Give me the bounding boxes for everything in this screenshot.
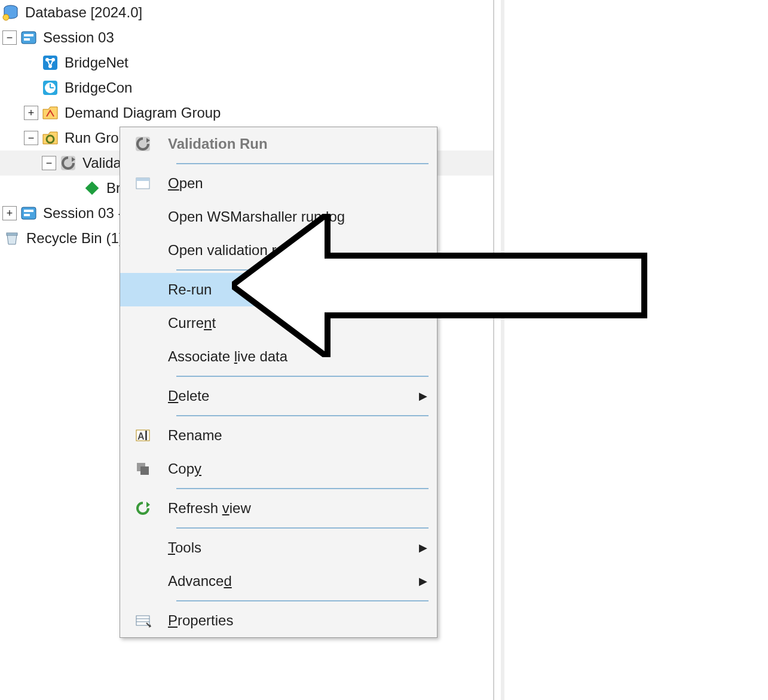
menu-label: Open WSMarshaller run log [168, 208, 430, 225]
tree-node-demand-group[interactable]: + Demand Diagram Group [0, 100, 493, 125]
clock-icon [42, 79, 59, 96]
menu-separator [176, 600, 429, 601]
folder-run-icon [42, 130, 59, 146]
menu-separator [176, 269, 429, 271]
svg-rect-2 [22, 32, 36, 44]
menu-item-properties[interactable]: Properties [120, 604, 437, 637]
menu-label: Delete [168, 388, 417, 404]
collapse-icon[interactable]: − [24, 131, 38, 145]
run-icon [60, 155, 77, 171]
menu-separator [176, 527, 429, 529]
menu-item-rename[interactable]: A Rename [120, 419, 437, 452]
expand-icon[interactable]: + [24, 106, 38, 120]
menu-separator [176, 415, 429, 416]
folder-diagram-icon [42, 105, 59, 121]
menu-label: Copy [168, 460, 430, 477]
menu-item-copy[interactable]: Copy [120, 452, 437, 486]
svg-rect-16 [24, 214, 30, 216]
menu-item-advanced[interactable]: Advanced ▶ [120, 564, 437, 598]
open-icon [134, 175, 151, 192]
svg-point-1 [3, 14, 9, 20]
menu-label: Rename [168, 427, 430, 444]
collapse-icon[interactable]: − [42, 156, 56, 170]
tree-node-bridgenet[interactable]: BridgeNet [0, 50, 493, 75]
menu-separator [176, 488, 429, 489]
menu-label: Associate live data [168, 348, 430, 365]
recycle-bin-icon [4, 230, 20, 247]
menu-item-open-validation[interactable]: Open validation re [120, 234, 437, 267]
collapse-icon[interactable]: − [2, 30, 17, 45]
menu-label: Re-run [168, 281, 430, 298]
diamond-icon [84, 180, 100, 197]
panel-divider [501, 0, 504, 700]
menu-title: Validation Run [120, 127, 437, 161]
copy-icon [134, 460, 151, 477]
session-icon [20, 205, 37, 222]
svg-rect-20 [136, 178, 149, 181]
tree-label: BridgeNet [65, 54, 128, 71]
tree-label: Session 03 [43, 29, 114, 46]
rename-icon: A [134, 427, 151, 444]
tree-label: Session 03 - [43, 205, 123, 222]
tree-label: Database [2024.0] [25, 4, 142, 21]
menu-item-current[interactable]: Current [120, 306, 437, 340]
submenu-arrow-icon: ▶ [417, 575, 430, 588]
svg-rect-13 [85, 182, 99, 195]
session-icon [20, 29, 37, 46]
menu-label: Advanced [168, 573, 417, 590]
tree-label: Validat [82, 155, 126, 171]
tree-node-database[interactable]: Database [2024.0] [0, 0, 493, 25]
menu-label: Current [168, 315, 430, 331]
svg-rect-15 [24, 210, 33, 212]
tree-label: Demand Diagram Group [65, 105, 221, 121]
tree-label: Recycle Bin (1) [26, 230, 124, 247]
menu-label: Tools [168, 539, 417, 556]
menu-label: Open validation re [168, 242, 430, 259]
tree-label: BridgeCon [65, 79, 132, 96]
context-menu: Validation Run Open Open WSMarshaller ru… [120, 127, 437, 638]
menu-separator [176, 376, 429, 377]
menu-label: Refresh view [168, 500, 430, 517]
svg-text:A: A [137, 431, 145, 441]
tree-node-bridgecon[interactable]: BridgeCon [0, 75, 493, 100]
tree-node-session[interactable]: − Session 03 [0, 25, 493, 50]
properties-icon [134, 612, 151, 629]
run-icon [134, 136, 151, 152]
menu-item-open-log[interactable]: Open WSMarshaller run log [120, 200, 437, 234]
database-icon [2, 4, 19, 21]
menu-item-rerun[interactable]: Re-run [120, 273, 437, 306]
svg-rect-25 [140, 466, 149, 475]
menu-item-tools[interactable]: Tools ▶ [120, 531, 437, 564]
menu-label: Properties [168, 612, 430, 629]
svg-rect-17 [7, 233, 17, 235]
network-icon [42, 54, 59, 71]
menu-item-refresh-view[interactable]: Refresh view [120, 492, 437, 525]
svg-rect-14 [22, 207, 36, 219]
refresh-icon [134, 500, 151, 517]
menu-separator [176, 163, 429, 164]
menu-item-associate-live-data[interactable]: Associate live data [120, 340, 437, 373]
submenu-arrow-icon: ▶ [417, 541, 430, 554]
expand-icon[interactable]: + [2, 206, 17, 220]
tree-label: Run Grou [65, 130, 127, 146]
svg-rect-4 [24, 38, 30, 41]
menu-label: Open [168, 175, 430, 192]
submenu-arrow-icon: ▶ [417, 389, 430, 403]
svg-rect-23 [145, 431, 147, 440]
menu-item-open[interactable]: Open [120, 167, 437, 200]
svg-rect-3 [24, 34, 33, 36]
menu-item-delete[interactable]: Delete ▶ [120, 379, 437, 413]
